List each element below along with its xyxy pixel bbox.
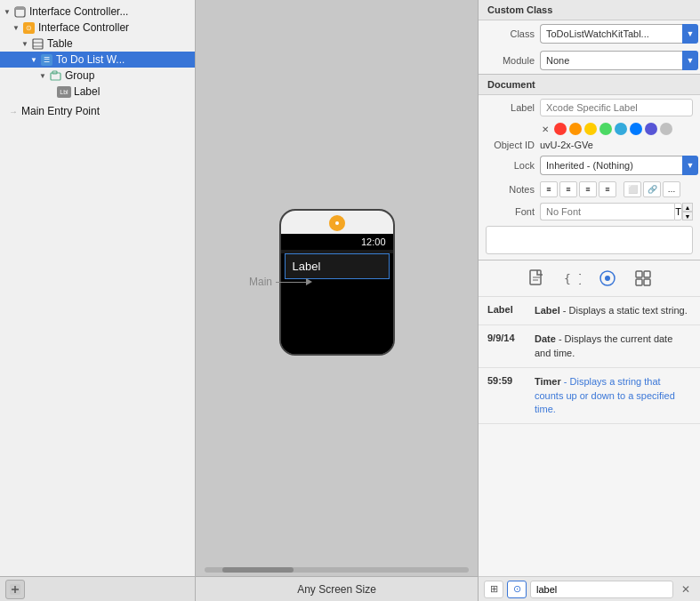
color-red[interactable] [554,123,567,135]
svg-point-11 [335,221,339,225]
module-value: None [546,55,569,66]
screen-size-label: Any Screen Size [297,583,376,596]
custom-class-title: Custom Class [479,0,700,20]
tree-label-label: Label [74,85,100,98]
color-gray[interactable] [660,123,672,135]
more-icon[interactable]: … [663,181,680,197]
image-icon[interactable]: ⬜ [624,181,641,197]
class-dropdown[interactable]: ToDoListWatchKitTabl... [540,24,682,44]
center-bottom-bar: Any Screen Size [196,576,478,601]
align-right-icon[interactable]: ≡ [579,181,597,197]
svg-point-17 [605,276,610,281]
notes-textarea[interactable] [486,226,693,254]
help-entry-label: Label Label - Displays a static text str… [479,297,700,325]
tab-grid[interactable] [631,266,656,291]
tab-bar: { } [479,260,700,297]
svg-rect-21 [644,279,650,285]
help-badge-label: Label [487,304,527,315]
lock-label: Lock [486,160,535,171]
font-stepper-down[interactable]: ▼ [682,212,693,220]
help-bold-date: Date [535,333,556,344]
tree-item-group[interactable]: ▼ Group [0,68,195,84]
tree-item-interface-controller[interactable]: ▼ Interface Controller... [0,4,195,20]
scrollbar-thumb[interactable] [222,567,294,573]
notes-label: Notes [486,184,535,195]
notes-row: Notes ≡ ≡ ≡ ≡ ⬜ 🔗 … [479,179,700,200]
font-row: Font T ▲ ▼ [479,200,700,223]
triangle-icon: ▼ [21,40,30,48]
lock-dropdown[interactable]: Inherited - (Nothing) [540,156,682,175]
font-input[interactable] [540,203,674,220]
left-bottom-bar [0,576,195,601]
font-stepper-up[interactable]: ▲ [682,203,693,212]
triangle-icon: ▼ [12,24,21,32]
help-entry-date: 9/9/14 Date - Displays the current date … [479,325,700,368]
window-icon [12,5,27,18]
color-orange[interactable] [569,123,582,135]
tree-item-label[interactable]: Lbl Label [0,84,195,100]
object-id-value: uvU-2x-GVe [540,140,593,150]
tree-view: ▼ Interface Controller... ▼ ⊙ Interface … [0,0,195,576]
label-row: Label [479,95,700,120]
ic-icon: ⊙ [21,21,36,34]
arrow-line [276,282,307,283]
bottom-circle-btn[interactable]: ⊙ [507,581,527,598]
center-panel: Main 12:00 Label [196,0,478,601]
font-stepper: ▲ ▼ [682,203,693,220]
todo-icon: ☰ [39,53,53,66]
doc-label-input[interactable] [540,99,693,116]
tab-code[interactable]: { } [559,266,584,291]
module-dropdown[interactable]: None [540,51,682,70]
color-yellow[interactable] [584,123,597,135]
watch-status-bar: 12:00 [281,234,393,250]
tree-label-group: Group [65,69,94,82]
help-bold-timer: Timer [535,376,561,387]
left-panel: ▼ Interface Controller... ▼ ⊙ Interface … [0,0,196,601]
color-clear-btn[interactable]: ✕ [539,123,551,135]
module-row: Module None ▼ [479,47,700,74]
watch-list-item-text: Label [293,260,321,273]
font-T-btn[interactable]: T [674,203,682,220]
tree-item-ic2[interactable]: ▼ ⊙ Interface Controller [0,20,195,36]
bottom-clear-btn[interactable]: ✕ [677,581,695,598]
help-badge-date: 9/9/14 [487,333,527,343]
help-text-date: Date - Displays the current date and tim… [535,333,691,360]
lock-row: Lock Inherited - (Nothing) ▼ [479,152,700,179]
color-lightblue[interactable] [615,123,627,135]
align-justify-icon[interactable]: ≡ [599,181,616,197]
triangle-icon: ▼ [30,56,39,64]
table-icon [30,37,44,50]
link-icon[interactable]: 🔗 [643,181,661,197]
bottom-label-input[interactable] [530,581,673,598]
doc-label-label: Label [486,102,535,113]
color-row: ✕ [479,120,700,138]
class-value: ToDoListWatchKitTabl... [546,28,649,39]
align-left-icon[interactable]: ≡ [540,181,558,197]
bottom-grid-btn[interactable]: ⊞ [484,581,503,598]
help-badge-timer: 59:59 [487,375,527,386]
color-purple[interactable] [645,123,657,135]
class-label: Class [486,28,535,39]
tree-item-main-entry[interactable]: → Main Entry Point [0,103,195,119]
color-green[interactable] [599,123,612,135]
svg-rect-19 [644,271,650,277]
class-dropdown-arrow[interactable]: ▼ [682,24,698,44]
svg-rect-20 [636,279,642,285]
align-center-icon[interactable]: ≡ [559,181,577,197]
tree-item-table[interactable]: ▼ Table [0,36,195,52]
help-desc-label: - Displays a static text string. [560,305,688,316]
group-icon [48,69,62,82]
add-item-button[interactable] [5,580,25,599]
tree-label-table: Table [47,37,73,50]
font-label: Font [486,206,535,217]
tab-file[interactable] [524,266,549,291]
tree-label-interface-controller: Interface Controller... [29,5,128,18]
module-dropdown-arrow[interactable]: ▼ [682,51,698,70]
help-text-label: Label - Displays a static text string. [535,304,688,317]
color-blue[interactable] [630,123,642,135]
tree-item-todo[interactable]: ▼ ☰ To Do List W... [0,52,195,68]
lock-dropdown-arrow[interactable]: ▼ [682,156,698,175]
svg-text:{ }: { } [564,272,581,285]
object-id-label: Object ID [486,140,535,150]
tab-circle[interactable] [595,266,620,291]
